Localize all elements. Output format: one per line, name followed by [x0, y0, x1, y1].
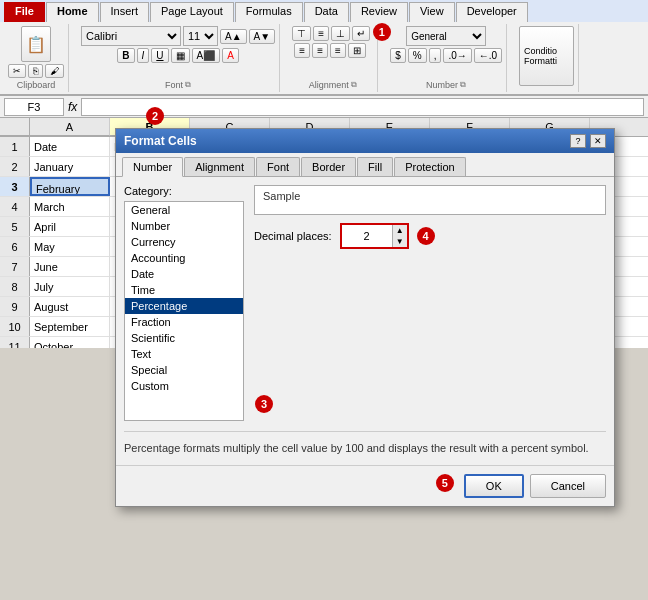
sheet-cell[interactable]: April: [30, 217, 110, 236]
number-expand-icon[interactable]: ⧉: [460, 80, 466, 90]
increase-font-button[interactable]: A▲: [220, 29, 247, 44]
currency-button[interactable]: $: [390, 48, 406, 63]
tab-developer[interactable]: Developer: [456, 2, 528, 22]
number-format-select[interactable]: General: [406, 26, 486, 46]
sheet-cell[interactable]: January: [30, 157, 110, 176]
conditional-format-button[interactable]: ConditioFormatti: [519, 26, 574, 86]
font-color-button[interactable]: A: [222, 48, 239, 63]
format-description: Percentage formats multiply the cell val…: [124, 431, 606, 457]
category-item-custom[interactable]: Custom: [125, 378, 243, 394]
ribbon-group-font: Calibri 11 A▲ A▼ B I U ▦ A⬛ A: [77, 24, 280, 92]
align-right-button[interactable]: ≡: [330, 43, 346, 58]
category-item-general[interactable]: General: [125, 202, 243, 218]
spin-up-button[interactable]: ▲: [393, 225, 407, 236]
annotation-1: 1: [373, 23, 391, 41]
align-middle-button[interactable]: ≡: [313, 26, 329, 41]
category-item-text[interactable]: Text: [125, 346, 243, 362]
sheet-cell[interactable]: July: [30, 277, 110, 296]
tab-formulas[interactable]: Formulas: [235, 2, 303, 22]
dialog-tab-border[interactable]: Border: [301, 157, 356, 176]
decrease-decimal-button[interactable]: ←.0: [474, 48, 502, 63]
spin-down-button[interactable]: ▼: [393, 236, 407, 247]
copy-button[interactable]: ⎘: [28, 64, 43, 78]
align-bottom-button[interactable]: ⊥: [331, 26, 350, 41]
border-button[interactable]: ▦: [171, 48, 190, 63]
category-item-time[interactable]: Time: [125, 282, 243, 298]
formula-input[interactable]: [81, 98, 644, 116]
sheet-cell[interactable]: October: [30, 337, 110, 348]
comma-button[interactable]: ,: [429, 48, 442, 63]
font-size-select[interactable]: 11: [183, 26, 218, 46]
category-item-currency[interactable]: Currency: [125, 234, 243, 250]
format-painter-button[interactable]: 🖌: [45, 64, 64, 78]
tab-data[interactable]: Data: [304, 2, 349, 22]
tab-file[interactable]: File: [4, 2, 45, 22]
sheet-cell[interactable]: August: [30, 297, 110, 316]
align-left-button[interactable]: ≡: [294, 43, 310, 58]
sheet-cell[interactable]: Date: [30, 137, 110, 156]
decrease-font-button[interactable]: A▼: [249, 29, 276, 44]
ribbon-content: 📋 ✂ ⎘ 🖌 Clipboard Calibri 11: [0, 22, 648, 95]
category-section: Category: GeneralNumberCurrencyAccountin…: [124, 185, 606, 421]
align-top-button[interactable]: ⊤: [292, 26, 311, 41]
sheet-cell[interactable]: May: [30, 237, 110, 256]
font-family-select[interactable]: Calibri: [81, 26, 181, 46]
category-item-accounting[interactable]: Accounting: [125, 250, 243, 266]
category-item-scientific[interactable]: Scientific: [125, 330, 243, 346]
ribbon-group-clipboard: 📋 ✂ ⎘ 🖌 Clipboard: [4, 24, 69, 92]
name-box[interactable]: [4, 98, 64, 116]
sheet-cell[interactable]: September: [30, 317, 110, 336]
fill-color-button[interactable]: A⬛: [192, 48, 221, 63]
dialog-tab-alignment[interactable]: Alignment: [184, 157, 255, 176]
category-item-date[interactable]: Date: [125, 266, 243, 282]
tab-insert[interactable]: Insert: [100, 2, 150, 22]
merge-button[interactable]: ⊞: [348, 43, 366, 58]
dialog-tab-protection[interactable]: Protection: [394, 157, 466, 176]
formula-bar: fx: [0, 96, 648, 118]
paste-button[interactable]: 📋: [21, 26, 51, 62]
annotation-4: 4: [417, 227, 435, 245]
dialog-tab-fill[interactable]: Fill: [357, 157, 393, 176]
category-item-special[interactable]: Special: [125, 362, 243, 378]
font-group-expand-icon[interactable]: ⧉: [185, 80, 191, 90]
tab-review[interactable]: Review: [350, 2, 408, 22]
percent-button[interactable]: %: [408, 48, 427, 63]
category-label: Category:: [124, 185, 244, 197]
category-item-number[interactable]: Number: [125, 218, 243, 234]
row-number: 1: [0, 137, 30, 156]
increase-decimal-button[interactable]: .0→: [443, 48, 471, 63]
dialog-help-button[interactable]: ?: [570, 134, 586, 148]
decimal-places-input[interactable]: [342, 225, 392, 247]
row-number: 11: [0, 337, 30, 348]
ribbon-group-styles: ConditioFormatti: [515, 24, 579, 92]
dialog-close-button[interactable]: ✕: [590, 134, 606, 148]
ok-button[interactable]: OK: [464, 474, 524, 498]
bold-button[interactable]: B: [117, 48, 134, 63]
tab-view[interactable]: View: [409, 2, 455, 22]
align-center-button[interactable]: ≡: [312, 43, 328, 58]
tab-home[interactable]: Home: [46, 2, 99, 22]
sheet-cell[interactable]: June: [30, 257, 110, 276]
sheet-cell[interactable]: February: [30, 177, 110, 196]
row-number: 8: [0, 277, 30, 296]
ribbon-tab-bar: File Home Insert Page Layout Formulas Da…: [0, 0, 648, 22]
dialog-tab-number[interactable]: Number: [122, 157, 183, 177]
cut-button[interactable]: ✂: [8, 64, 26, 78]
category-item-fraction[interactable]: Fraction: [125, 314, 243, 330]
dialog-tab-font[interactable]: Font: [256, 157, 300, 176]
sheet-cell[interactable]: March: [30, 197, 110, 216]
row-number: 3: [0, 177, 30, 196]
category-item-percentage[interactable]: Percentage: [125, 298, 243, 314]
col-header-A[interactable]: A: [30, 118, 110, 136]
tab-page-layout[interactable]: Page Layout: [150, 2, 234, 22]
wrap-text-button[interactable]: ↵: [352, 26, 370, 41]
number-label: Number ⧉: [390, 78, 502, 90]
category-list[interactable]: GeneralNumberCurrencyAccountingDateTimeP…: [124, 201, 244, 421]
dialog-body: Category: GeneralNumberCurrencyAccountin…: [116, 177, 614, 465]
dialog-titlebar: Format Cells ? ✕: [116, 129, 614, 153]
category-column: Category: GeneralNumberCurrencyAccountin…: [124, 185, 244, 421]
underline-button[interactable]: U: [151, 48, 168, 63]
italic-button[interactable]: I: [137, 48, 150, 63]
cancel-button[interactable]: Cancel: [530, 474, 606, 498]
alignment-expand-icon[interactable]: ⧉: [351, 80, 357, 90]
